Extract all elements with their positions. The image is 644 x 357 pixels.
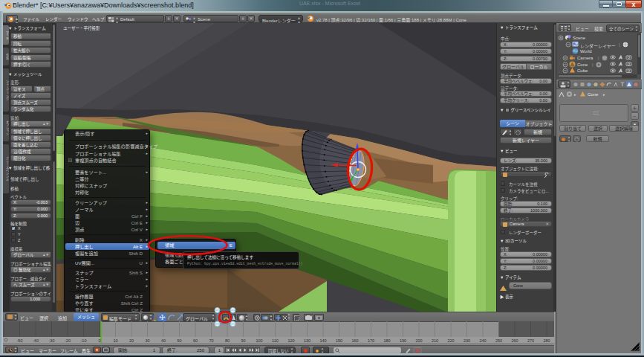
svg-text:220: 220 [447, 338, 454, 343]
svg-text:210: 210 [432, 338, 438, 343]
svg-text:30: 30 [145, 338, 149, 343]
svg-text:180: 180 [383, 338, 390, 343]
svg-text:110: 110 [272, 338, 279, 343]
svg-text:150: 150 [336, 338, 342, 343]
svg-text:-50: -50 [17, 338, 23, 343]
svg-text:130: 130 [304, 338, 310, 343]
svg-text:-30: -30 [49, 338, 55, 343]
svg-text:240: 240 [479, 338, 486, 343]
svg-text:260: 260 [511, 338, 518, 343]
svg-text:40: 40 [161, 338, 166, 343]
svg-text:230: 230 [464, 338, 470, 343]
svg-text:200: 200 [415, 338, 422, 343]
svg-text:-10: -10 [81, 338, 87, 343]
svg-text:90: 90 [241, 338, 245, 343]
svg-text:190: 190 [400, 338, 406, 343]
svg-text:140: 140 [319, 338, 326, 343]
svg-text:270: 270 [527, 338, 534, 343]
svg-text:50: 50 [177, 338, 181, 343]
svg-text:10: 10 [113, 338, 117, 343]
svg-text:20: 20 [129, 338, 134, 343]
svg-text:80: 80 [225, 338, 230, 343]
svg-text:60: 60 [193, 338, 198, 343]
svg-text:280: 280 [543, 338, 550, 343]
svg-text:170: 170 [368, 338, 374, 343]
svg-text:160: 160 [351, 338, 358, 343]
svg-text:0: 0 [98, 338, 100, 343]
svg-text:-20: -20 [65, 338, 71, 343]
svg-text:250: 250 [495, 338, 502, 343]
svg-text:120: 120 [287, 338, 294, 343]
svg-text:100: 100 [256, 338, 262, 343]
svg-text:70: 70 [209, 338, 213, 343]
svg-text:-40: -40 [33, 338, 39, 343]
